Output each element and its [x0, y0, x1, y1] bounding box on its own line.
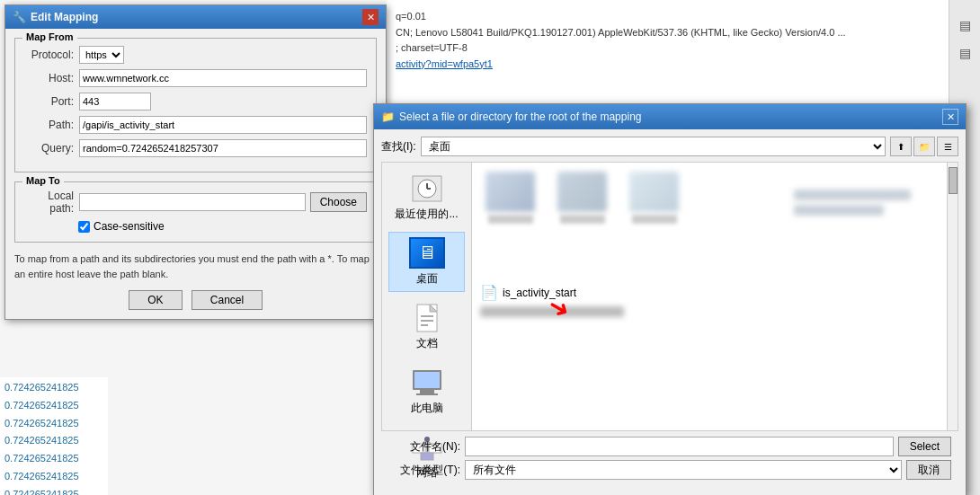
strip-icon-1: ▤ [959, 18, 971, 32]
file-item-icon: 📄 [480, 284, 498, 301]
number-row: 0.724265241825 [4, 450, 103, 468]
local-path-input[interactable] [79, 193, 306, 211]
case-sensitive-label: Case-sensitive [94, 220, 165, 233]
filetype-label: 文件类型(T): [388, 463, 460, 478]
local-path-row: Local path: Choose [24, 190, 367, 215]
path-row: Path: [24, 116, 367, 134]
blurred-thumbnail-2 [557, 172, 607, 212]
file-picker-main: 最近使用的... 🖥 桌面 [381, 162, 958, 431]
query-label: Query: [24, 142, 74, 155]
filetype-select[interactable]: 所有文件 [465, 460, 902, 480]
lookup-new-folder-button[interactable]: 📁 [913, 137, 935, 156]
vertical-scrollbar[interactable] [947, 163, 958, 430]
lookup-buttons: ⬆ 📁 ☰ [890, 137, 958, 156]
dialog-buttons: OK Cancel [14, 290, 377, 310]
host-input[interactable] [79, 69, 367, 87]
case-sensitive-row: Case-sensitive [78, 220, 367, 233]
file-grid-item[interactable] [481, 172, 539, 224]
local-path-controls: Choose [79, 192, 367, 212]
sidebar-item-documents[interactable]: 文档 [388, 296, 465, 357]
file-picker-icon: 📁 [381, 110, 395, 123]
blurred-filename-3 [632, 215, 677, 224]
svg-rect-11 [420, 390, 434, 393]
protocol-label: Protocol: [24, 49, 74, 61]
blurred-filename-2 [560, 215, 605, 224]
desktop-icon: 🖥 [409, 237, 445, 269]
sidebar-item-desktop[interactable]: 🖥 桌面 [388, 232, 465, 292]
file-picker-dialog: 📁 Select a file or directory for the roo… [373, 103, 967, 495]
file-picker-cancel-button[interactable]: 取消 [906, 460, 951, 480]
browser-text-line2: CN; Lenovo L58041 Build/PKQ1.190127.001)… [396, 25, 971, 41]
blurred-thumbnail-1 [486, 172, 535, 212]
scrollbar-thumb[interactable] [949, 167, 958, 194]
edit-mapping-close-button[interactable]: ✕ [362, 9, 379, 25]
sidebar-item-recent-label: 最近使用的... [395, 207, 458, 222]
file-item-is-activity-start[interactable]: 📄 is_activity_start [477, 282, 942, 303]
query-input[interactable] [79, 139, 367, 157]
path-label: Path: [24, 119, 74, 131]
number-row: 0.724265241825 [4, 486, 103, 495]
strip-icon-2: ▤ [959, 46, 971, 60]
lookup-up-button[interactable]: ⬆ [890, 137, 912, 156]
number-row: 0.724265241825 [4, 468, 103, 486]
select-button[interactable]: Select [898, 437, 951, 456]
sidebar-item-documents-label: 文档 [416, 336, 438, 351]
mapping-icon: 🔧 [13, 11, 26, 23]
query-row: Query: [24, 139, 367, 157]
protocol-select[interactable]: https http [79, 46, 124, 64]
file-picker-titlebar: 📁 Select a file or directory for the roo… [374, 104, 966, 129]
port-input[interactable] [79, 93, 151, 110]
map-from-group: Map From Protocol: https http Host: Port… [14, 38, 377, 172]
blurred-filename-1 [488, 215, 533, 224]
edit-mapping-dialog: 🔧 Edit Mapping ✕ Map From Protocol: http… [4, 4, 387, 320]
edit-mapping-titlebar: 🔧 Edit Mapping ✕ [5, 5, 386, 29]
blurred-right-1 [794, 190, 911, 200]
number-row: 0.724265241825 [4, 397, 103, 415]
cancel-button[interactable]: Cancel [192, 290, 263, 310]
filename-label: 文件名(N): [388, 439, 460, 455]
file-picker-titlebar-left: 📁 Select a file or directory for the roo… [381, 110, 641, 123]
local-path-label: Local path: [24, 190, 74, 215]
filename-row: 文件名(N): Select [388, 437, 951, 456]
filename-input[interactable] [465, 437, 894, 456]
lookup-label: 查找(I): [381, 139, 416, 155]
computer-icon [409, 367, 445, 398]
document-icon [409, 302, 445, 333]
filetype-row: 文件类型(T): 所有文件 取消 [388, 460, 951, 480]
svg-rect-10 [414, 372, 440, 388]
lookup-row: 查找(I): 桌面 ⬆ 📁 ☰ [381, 137, 958, 156]
clock-icon [409, 172, 445, 204]
svg-rect-12 [416, 393, 438, 395]
ok-button[interactable]: OK [129, 290, 183, 310]
host-label: Host: [24, 72, 74, 84]
browser-text-line4: activity?mid=wfpa5yt1 [396, 57, 971, 73]
blurred-right-area [794, 190, 929, 220]
file-picker-close-button[interactable]: ✕ [942, 109, 958, 125]
choose-button[interactable]: Choose [310, 192, 367, 212]
sidebar-item-computer-label: 此电脑 [411, 401, 443, 416]
edit-mapping-title: Edit Mapping [31, 11, 98, 23]
map-to-group: Map To Local path: Choose Case-sensitive [14, 181, 377, 243]
file-picker-content-area: 📄 is_activity_start ➜ [472, 163, 947, 430]
blurred-right-2 [794, 205, 884, 216]
file-grid-item[interactable] [625, 172, 683, 224]
path-input[interactable] [79, 116, 367, 134]
file-picker-body: 查找(I): 桌面 ⬆ 📁 ☰ [374, 129, 966, 495]
host-row: Host: [24, 69, 367, 87]
number-row: 0.724265241825 [4, 432, 103, 450]
number-row: 0.724265241825 [4, 415, 103, 433]
protocol-row: Protocol: https http [24, 46, 367, 64]
map-to-label: Map To [22, 175, 64, 186]
case-sensitive-checkbox[interactable] [78, 221, 90, 233]
lookup-view-button[interactable]: ☰ [937, 137, 958, 156]
titlebar-left: 🔧 Edit Mapping [13, 11, 98, 23]
left-numbers-panel: 0.724265241825 0.724265241825 0.72426524… [0, 377, 108, 495]
sidebar-item-desktop-label: 桌面 [416, 271, 438, 287]
lookup-select[interactable]: 桌面 [421, 137, 886, 156]
file-grid-item[interactable] [553, 172, 611, 224]
browser-text-line1: q=0.01 [396, 9, 971, 25]
info-text: To map from a path and its subdirectorie… [14, 252, 377, 281]
browser-text-line3: ; charset=UTF-8 [396, 40, 971, 57]
sidebar-item-recent[interactable]: 最近使用的... [388, 167, 465, 227]
sidebar-item-computer[interactable]: 此电脑 [388, 361, 465, 421]
